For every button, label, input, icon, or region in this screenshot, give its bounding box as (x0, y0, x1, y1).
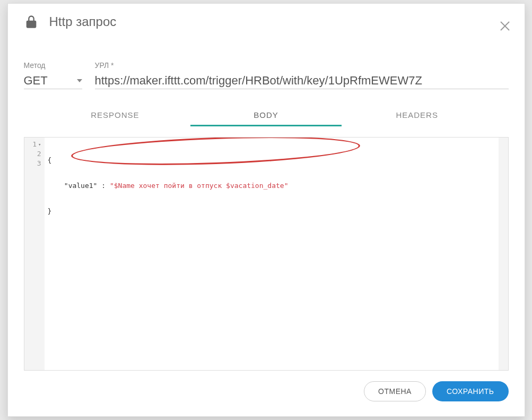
url-input[interactable]: https://maker.ifttt.com/trigger/HRBot/wi… (95, 73, 509, 89)
method-select[interactable]: GET (24, 73, 82, 89)
tabs: RESPONSE BODY HEADERS (8, 95, 525, 126)
code-brace: { (48, 156, 52, 164)
tab-headers[interactable]: HEADERS (342, 105, 493, 126)
editor-scroll-gutter (499, 138, 508, 370)
modal-title: Http запрос (49, 14, 117, 29)
tab-response[interactable]: RESPONSE (40, 105, 191, 126)
tab-body[interactable]: BODY (190, 105, 342, 126)
editor-content[interactable]: { "value1" : "$Name хочет пойти в отпуск… (45, 138, 508, 370)
form-row: Метод GET УРЛ * https://maker.ifttt.com/… (8, 29, 525, 95)
method-label: Метод (24, 61, 82, 70)
modal-header: Http запрос (8, 4, 525, 29)
fold-icon[interactable]: ▾ (38, 140, 41, 149)
close-icon[interactable] (499, 20, 511, 32)
chevron-down-icon (77, 79, 82, 82)
lock-icon (24, 14, 39, 29)
method-field: Метод GET (24, 61, 82, 89)
line-number: 1 (32, 140, 37, 149)
code-editor[interactable]: 1▾ 2 3 { "value1" : "$Name хочет пойти в… (24, 137, 509, 371)
line-number: 2 (37, 149, 41, 159)
code-string: "$Name хочет пойти в отпуск $vacation_da… (110, 182, 289, 190)
line-number: 3 (37, 159, 41, 168)
save-button[interactable]: СОХРАНИТЬ (432, 381, 509, 401)
url-label: УРЛ * (95, 61, 509, 70)
cancel-button[interactable]: ОТМЕНА (364, 381, 426, 401)
modal-footer: ОТМЕНА СОХРАНИТЬ (8, 381, 525, 416)
editor-gutter: 1▾ 2 3 (24, 138, 45, 370)
code-key: "value1" (64, 182, 98, 190)
code-brace: } (48, 207, 52, 215)
http-request-modal: Http запрос Метод GET УРЛ * https://make… (7, 3, 525, 417)
method-value: GET (24, 73, 82, 89)
url-field: УРЛ * https://maker.ifttt.com/trigger/HR… (95, 61, 509, 89)
